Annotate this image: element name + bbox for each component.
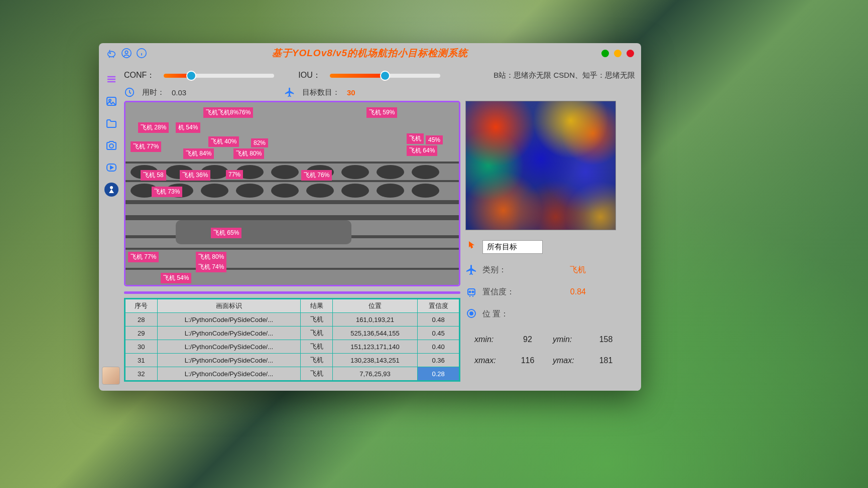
detection-label: 飞机 84% [183,148,214,159]
table-cell: 飞机 [301,327,333,340]
position-label: 位 置： [482,309,509,319]
target-select[interactable] [482,240,543,254]
detection-label: 机 54% [176,122,200,133]
detection-label: 飞机 74% [196,262,226,272]
table-row[interactable]: 31L:/PythonCode/PySideCode/...飞机130,238,… [126,354,459,367]
conf-slider[interactable] [164,74,274,78]
table-cell: 30 [126,340,158,354]
detection-label: 飞机 58 [141,170,166,181]
avatar[interactable] [102,367,120,385]
svg-point-18 [472,291,474,293]
confidence-label: 置信度： [482,287,515,297]
detection-label: 飞机 [407,133,424,144]
results-table[interactable]: 序号画面标识结果位置置信度 28L:/PythonCode/PySideCode… [124,298,460,382]
table-header: 置信度 [418,299,459,313]
detection-label: 飞机 77% [131,141,161,152]
coords-grid: xmin: 92 ymin: 158 xmax: 116 ymax: 181 [465,335,616,365]
clock-icon [124,87,135,98]
class-label: 类别： [482,265,507,275]
table-header: 画面标识 [157,299,301,313]
detection-label: 82% [251,138,268,147]
detection-label: 飞机 80% [196,252,226,262]
table-cell: 161,0,193,21 [332,313,417,327]
table-cell: 飞机 [301,367,333,381]
iou-slider[interactable] [330,74,440,78]
table-cell: L:/PythonCode/PySideCode/... [157,313,301,327]
table-cell: L:/PythonCode/PySideCode/... [157,367,301,381]
ymax-label: ymax: [553,356,581,365]
svg-point-12 [109,144,113,148]
table-cell: L:/PythonCode/PySideCode/... [157,354,301,367]
detection-label: 45% [426,135,443,144]
location-icon [465,308,477,320]
app-window: 基于YOLOv8/v5的机场航拍小目标检测系统 CONF： IOU： [99,43,641,391]
detection-label: 飞机飞机8%76% [203,107,253,118]
xmax-label: xmax: [474,356,503,365]
time-label: 用时： [142,88,165,97]
detection-label: 飞机 76% [301,170,332,181]
robot-icon [465,286,477,298]
table-cell: L:/PythonCode/PySideCode/... [157,340,301,354]
plane-small-icon [465,264,477,276]
table-cell: 0.28 [418,367,459,381]
svg-point-14 [110,186,113,189]
table-cell: 飞机 [301,313,333,327]
plane-icon [284,87,295,98]
table-cell: 525,136,544,155 [332,327,417,340]
table-row[interactable]: 29L:/PythonCode/PySideCode/...飞机525,136,… [126,327,459,340]
table-cell: 0.40 [418,340,459,354]
iou-label: IOU： [298,70,320,81]
table-cell: 7,76,25,93 [332,367,417,381]
count-label: 目标数目： [302,88,340,97]
menu-icon[interactable] [104,72,118,86]
table-row[interactable]: 30L:/PythonCode/PySideCode/...飞机151,123,… [126,340,459,354]
table-header: 序号 [126,299,158,313]
table-cell: 151,123,171,140 [332,340,417,354]
table-cell: 31 [126,354,158,367]
xmin-value: 92 [518,335,538,344]
video-icon[interactable] [104,160,118,175]
detection-label: 飞机 54% [161,273,191,283]
credits-text: B站：思绪亦无限 CSDN、知乎：思绪无限 [493,71,635,80]
divider [124,291,460,294]
titlebar: 基于YOLOv8/v5的机场航拍小目标检测系统 [99,43,641,63]
ymin-value: 158 [596,335,616,344]
table-cell: 130,238,143,251 [332,354,417,367]
table-cell: L:/PythonCode/PySideCode/... [157,327,301,340]
detection-image[interactable]: 飞机飞机8%76%飞机 59%飞机 28%机 54%飞机 77%飞机 40%82… [124,101,460,286]
table-row[interactable]: 28L:/PythonCode/PySideCode/...飞机161,0,19… [126,313,459,327]
app-title: 基于YOLOv8/v5的机场航拍小目标检测系统 [99,47,641,60]
confidence-value: 0.84 [570,287,616,296]
time-value: 0.03 [172,88,202,97]
detection-label: 77% [226,170,243,179]
table-header: 位置 [332,299,417,313]
class-value: 飞机 [570,265,616,275]
folder-icon[interactable] [104,116,118,130]
table-cell: 32 [126,367,158,381]
detection-label: 飞机 36% [180,170,210,181]
detection-label: 飞机 77% [128,252,159,262]
detection-label: 飞机 59% [366,107,397,118]
table-cell: 飞机 [301,340,333,354]
model-icon[interactable] [104,183,118,197]
svg-point-17 [469,291,471,293]
ymin-label: ymin: [553,335,581,344]
sidebar [103,72,120,197]
table-cell: 0.48 [418,313,459,327]
table-row[interactable]: 32L:/PythonCode/PySideCode/...飞机7,76,25,… [126,367,459,381]
table-cell: 飞机 [301,354,333,367]
xmin-label: xmin: [474,335,503,344]
image-icon[interactable] [104,94,118,108]
detection-label: 飞机 40% [208,136,239,147]
camera-icon[interactable] [104,138,118,152]
table-cell: 0.45 [418,327,459,340]
table-cell: 0.36 [418,354,459,367]
detection-label: 飞机 28% [138,122,169,133]
heatmap-image[interactable] [465,101,616,230]
table-cell: 29 [126,327,158,340]
detection-label: 飞机 64% [407,145,437,156]
svg-point-22 [470,312,473,315]
detection-label: 飞机 65% [211,228,241,238]
svg-point-11 [109,99,111,101]
table-header: 结果 [301,299,333,313]
